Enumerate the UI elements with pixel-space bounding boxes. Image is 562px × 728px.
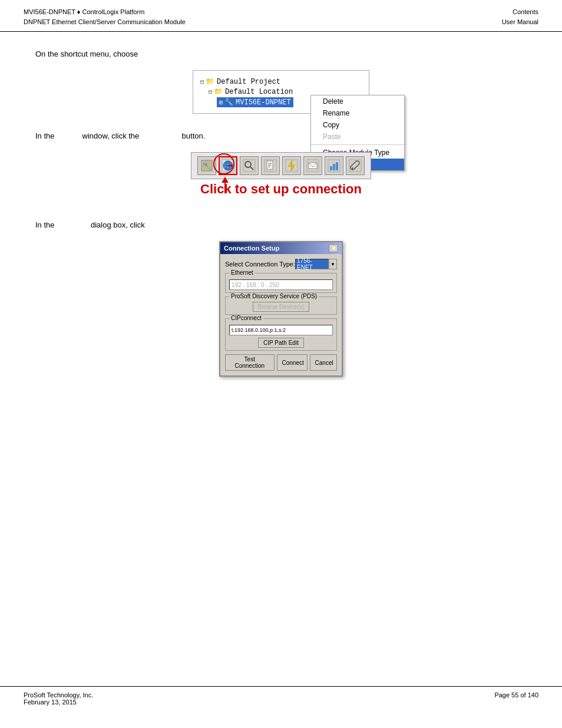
dialog-close-button[interactable]: ✕ [329, 244, 338, 252]
cip-path-input[interactable] [229, 325, 333, 335]
pds-group-title: ProSoft Discovery Service (PDS) [229, 293, 319, 299]
toolbar: 🔧 [191, 152, 371, 179]
svg-rect-9 [228, 165, 233, 166]
header-title-line1: MVI56E-DNPNET ♦ ControlLogix Platform [24, 7, 186, 17]
intro-text: On the shortcut menu, choose [35, 50, 527, 58]
dialog-body: Select Connection Type: 1756-ENET ▼ Ethe… [220, 254, 342, 375]
pds-group-content: Browse Device(s) [229, 302, 333, 312]
connect-button[interactable]: Connect [277, 354, 308, 371]
expand-icon-2: ⊟ [209, 88, 212, 95]
svg-point-27 [352, 167, 353, 169]
context-menu-rename[interactable]: Rename [311, 107, 404, 119]
page-header: MVI56E-DNPNET ♦ ControlLogix Platform DN… [0, 0, 562, 32]
arrow-line [224, 183, 226, 193]
toolbar-btn-doc[interactable] [261, 156, 280, 175]
footer-page: Page 55 of 140 [494, 691, 538, 706]
connection-type-select[interactable]: 1756-ENET [295, 259, 329, 269]
toolbar-btn-flash[interactable] [282, 156, 301, 175]
toolbar-btn-1[interactable]: 🔧 [197, 156, 216, 175]
footer-company: ProSoft Technology, Inc. [24, 691, 93, 699]
toolbar-btn-connection[interactable] [219, 156, 237, 175]
toolbar-btn-email[interactable] [303, 156, 322, 175]
ethernet-input[interactable] [229, 279, 333, 290]
arrow-head [222, 177, 229, 183]
tree-menu-area: ⊟ 📁 Default Project ⊟ 📁 Default Location… [35, 70, 527, 114]
dialog-titlebar: Connection Setup ✕ [220, 242, 342, 254]
context-menu-delete[interactable]: Delete [311, 95, 404, 107]
toolbar-btn-search[interactable] [240, 156, 259, 175]
svg-rect-25 [336, 162, 338, 170]
header-manual: User Manual [502, 17, 538, 27]
connection-type-label: Select Connection Type: [225, 261, 295, 268]
cancel-button[interactable]: Cancel [310, 354, 337, 371]
test-connection-button[interactable]: Test Connection [225, 354, 275, 371]
ethernet-group-content [229, 279, 333, 290]
cip-group-title: CIPconnect [229, 315, 263, 321]
footer-date: February 13, 2015 [24, 699, 93, 706]
tree-project: ⊟ 📁 Default Project [200, 77, 362, 87]
dialog-title: Connection Setup [224, 245, 279, 252]
footer-left: ProSoft Technology, Inc. February 13, 20… [24, 691, 93, 706]
toolbar-btn-chart[interactable] [325, 156, 343, 175]
header-title-line2: DNPNET Ethernet Client/Server Communicat… [24, 17, 186, 27]
instruction-line-1: In the window, click the button. [35, 131, 527, 140]
dialog-button-row: Test Connection Connect Cancel [225, 354, 337, 371]
page-footer: ProSoft Technology, Inc. February 13, 20… [0, 686, 562, 710]
connection-setup-dialog: Connection Setup ✕ Select Connection Typ… [219, 241, 343, 377]
pds-group: ProSoft Discovery Service (PDS) Browse D… [225, 297, 337, 315]
context-menu-copy[interactable]: Copy [311, 119, 404, 131]
cip-group: CIPconnect CIP Path Edit [225, 318, 337, 351]
ethernet-group-title: Ethernet [229, 269, 255, 276]
svg-rect-23 [330, 166, 332, 170]
toolbar-btn-wrench[interactable] [346, 156, 365, 175]
ethernet-group: Ethernet [225, 273, 337, 293]
header-left: MVI56E-DNPNET ♦ ControlLogix Platform DN… [24, 7, 186, 27]
connection-type-row: Select Connection Type: 1756-ENET ▼ [225, 259, 337, 269]
expand-icon-3: ⊞ [219, 99, 223, 106]
svg-text:🔧: 🔧 [202, 161, 213, 171]
expand-icon: ⊟ [200, 78, 204, 85]
context-menu-separator [311, 144, 404, 145]
tree-module[interactable]: ⊞ 🔧 MVI56E-DNPNET [217, 97, 293, 107]
dialog-wrapper: Connection Setup ✕ Select Connection Typ… [35, 241, 527, 377]
header-contents: Contents [502, 7, 538, 17]
instruction-line-2: In the dialog box, click [35, 220, 527, 229]
folder-icon: 📁 [206, 77, 214, 86]
cip-path-edit-button[interactable]: CIP Path Edit [258, 338, 304, 348]
arrow-annotation [222, 177, 229, 193]
toolbar-area: 🔧 [35, 152, 527, 209]
connection-type-dropdown-arrow[interactable]: ▼ [329, 259, 337, 269]
context-menu-paste: Paste [311, 131, 404, 143]
main-content: On the shortcut menu, choose ⊟ 📁 Default… [0, 32, 562, 418]
folder-icon-2: 📁 [214, 87, 223, 96]
cip-group-content: CIP Path Edit [229, 325, 333, 348]
browse-devices-button[interactable]: Browse Device(s) [253, 302, 309, 312]
svg-rect-24 [333, 164, 335, 170]
header-right: Contents User Manual [502, 7, 538, 27]
module-icon: 🔧 [224, 98, 233, 107]
